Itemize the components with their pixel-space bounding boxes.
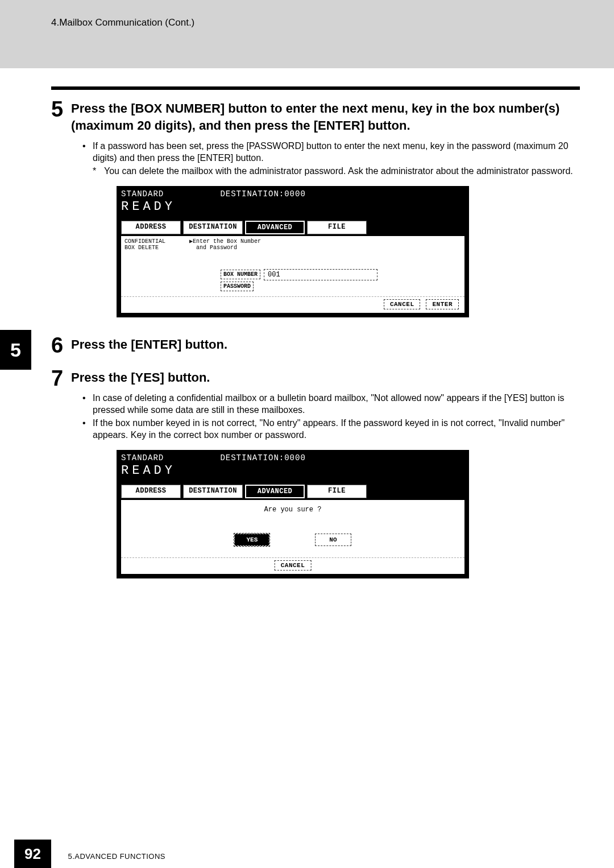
step-number: 6 (51, 334, 71, 356)
tab-advanced[interactable]: ADVANCED (245, 485, 305, 498)
cancel-button[interactable]: CANCEL (384, 299, 421, 309)
box-number-button[interactable]: BOX NUMBER (221, 270, 260, 279)
bullet-text: If a password has been set, press the [P… (93, 140, 580, 164)
step-number: 5 (51, 98, 71, 120)
sub-bullet-text: You can delete the mailbox with the admi… (104, 166, 573, 177)
bullet-icon: • (82, 140, 93, 164)
mode-label: STANDARD (121, 453, 164, 462)
bullet-item: • If the box number keyed in is not corr… (71, 418, 580, 441)
confirm-text: Are you sure ? (125, 502, 461, 514)
destination-label: DESTINATION:0000 (220, 189, 305, 199)
tab-address[interactable]: ADDRESS (121, 485, 181, 498)
tab-advanced[interactable]: ADVANCED (245, 221, 305, 234)
tab-address[interactable]: ADDRESS (121, 221, 181, 234)
step-title: Press the [ENTER] button. (71, 336, 580, 353)
divider-bar (51, 86, 580, 90)
tab-destination[interactable]: DESTINATION (183, 221, 243, 234)
bullet-icon: • (82, 418, 93, 441)
step-5: 5 Press the [BOX NUMBER] button to enter… (51, 98, 580, 326)
bullet-item: • If a password has been set, press the … (71, 140, 580, 164)
ready-status: READY (121, 200, 464, 214)
breadcrumb: 4.Mailbox Communication (Cont.) (51, 17, 563, 28)
panel-instruction: ▶Enter the Box Number and Password (189, 238, 261, 251)
box-number-value: 001 (264, 269, 377, 280)
step-7: 7 Press the [YES] button. • In case of d… (51, 367, 580, 587)
tab-row: ADDRESS DESTINATION ADVANCED FILE (121, 485, 464, 498)
no-button[interactable]: NO (315, 534, 351, 546)
screen-panel: CONFIDENTIAL BOX DELETE ▶Enter the Box N… (121, 236, 464, 313)
bullet-item: • In case of deleting a confidential mai… (71, 392, 580, 416)
step-title: Press the [YES] button. (71, 369, 580, 386)
tab-destination[interactable]: DESTINATION (183, 485, 243, 498)
sub-bullet-item: * You can delete the mailbox with the ad… (71, 166, 580, 177)
tab-file[interactable]: FILE (307, 485, 367, 498)
bullet-icon: • (82, 392, 93, 416)
yes-button[interactable]: YES (234, 534, 269, 546)
tab-file[interactable]: FILE (307, 221, 367, 234)
mode-label: STANDARD (121, 189, 164, 199)
enter-button[interactable]: ENTER (426, 299, 459, 309)
panel-divider (121, 296, 464, 297)
step-number: 7 (51, 367, 71, 389)
destination-label: DESTINATION:0000 (220, 453, 305, 462)
step-6: 6 Press the [ENTER] button. (51, 334, 580, 356)
tab-row: ADDRESS DESTINATION ADVANCED FILE (121, 221, 464, 234)
panel-divider (121, 557, 464, 558)
password-button[interactable]: PASSWORD (221, 282, 254, 291)
page-content: 5 Press the [BOX NUMBER] button to enter… (0, 68, 614, 587)
cancel-button[interactable]: CANCEL (275, 560, 312, 571)
asterisk-icon: * (93, 166, 104, 177)
panel-mode-label: CONFIDENTIAL BOX DELETE (125, 238, 165, 251)
device-screen-2: STANDARD DESTINATION:0000 READY ADDRESS … (117, 450, 469, 578)
ready-status: READY (121, 464, 464, 478)
bullet-text: If the box number keyed in is not correc… (93, 418, 580, 441)
chapter-side-tab: 5 (0, 330, 31, 370)
screen-panel: Are you sure ? YES NO CANCEL (121, 500, 464, 574)
bullet-text: In case of deleting a confidential mailb… (93, 392, 580, 416)
step-title: Press the [BOX NUMBER] button to enter t… (71, 100, 580, 134)
page-header: 4.Mailbox Communication (Cont.) (0, 0, 614, 68)
device-screen-1: STANDARD DESTINATION:0000 READY ADDRESS … (117, 186, 469, 317)
